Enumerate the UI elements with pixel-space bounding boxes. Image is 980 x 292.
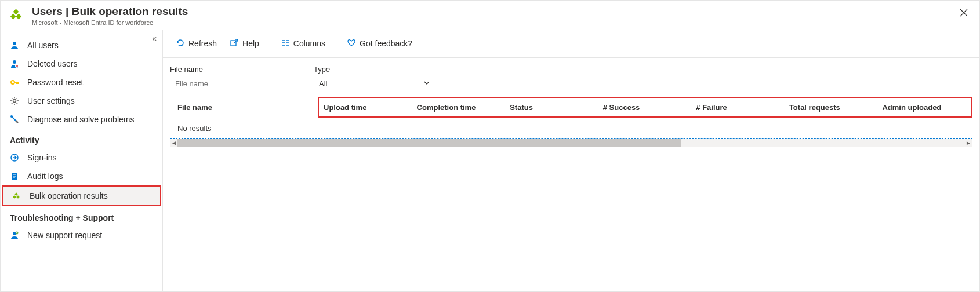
col-completion-time[interactable]: Completion time: [412, 103, 506, 112]
sidebar-item-signins[interactable]: Sign-ins: [1, 148, 162, 167]
wrench-icon: [10, 115, 19, 124]
svg-rect-16: [231, 41, 236, 46]
sidebar-item-deleted-users[interactable]: Deleted users: [1, 54, 162, 73]
svg-rect-1: [16, 14, 21, 20]
support-icon: [10, 231, 19, 240]
sidebar-item-label: New support request: [27, 231, 102, 240]
toolbar: Refresh Help Columns Got feedback?: [163, 30, 979, 58]
columns-icon: [281, 38, 290, 49]
sidebar-item-label: Bulk operation results: [30, 191, 108, 200]
svg-point-7: [13, 99, 16, 102]
refresh-icon: [176, 38, 185, 49]
sidebar-item-user-settings[interactable]: User settings: [1, 92, 162, 110]
svg-point-3: [13, 42, 16, 45]
scrollbar-thumb[interactable]: [177, 139, 681, 147]
page-header: Users | Bulk operation results Microsoft…: [1, 1, 979, 30]
svg-rect-0: [10, 14, 16, 20]
filename-label: File name: [170, 65, 297, 74]
scroll-left-icon: ◄: [171, 140, 177, 146]
svg-rect-2: [13, 9, 19, 14]
sidebar-item-label: Password reset: [27, 78, 83, 87]
col-file-name[interactable]: File name: [170, 103, 318, 112]
col-upload-time[interactable]: Upload time: [319, 103, 412, 112]
results-table: File name Upload time Completion time St…: [170, 97, 972, 139]
filename-input[interactable]: [170, 76, 297, 92]
svg-rect-11: [13, 195, 16, 199]
sidebar-item-label: Sign-ins: [27, 153, 57, 162]
sidebar-section-troubleshoot: Troubleshooting + Support: [1, 206, 162, 226]
sidebar-section-activity: Activity: [1, 129, 162, 148]
type-select[interactable]: All: [314, 76, 435, 92]
svg-rect-12: [16, 195, 20, 199]
key-icon: [10, 78, 19, 87]
main-content: Refresh Help Columns Got feedback? File …: [163, 30, 979, 292]
toolbar-separator: [336, 38, 336, 49]
sidebar-item-label: Diagnose and solve problems: [27, 115, 134, 124]
col-failure[interactable]: # Failure: [691, 103, 785, 112]
svg-rect-13: [14, 192, 18, 196]
svg-point-6: [11, 81, 14, 84]
type-label: Type: [314, 65, 435, 74]
external-link-icon: [230, 38, 239, 49]
highlighted-columns: Upload time Completion time Status # Suc…: [318, 97, 972, 118]
horizontal-scrollbar[interactable]: ◄ ►: [170, 139, 972, 147]
signin-icon: [10, 153, 19, 162]
user-icon: [10, 41, 19, 50]
refresh-button[interactable]: Refresh: [170, 36, 223, 52]
collapse-sidebar-button[interactable]: «: [152, 34, 157, 43]
gear-icon: [10, 96, 19, 105]
sidebar-item-audit-logs[interactable]: Audit logs: [1, 167, 162, 185]
user-deleted-icon: [10, 59, 19, 68]
help-button[interactable]: Help: [224, 36, 265, 52]
sidebar-item-label: All users: [27, 41, 59, 50]
entra-logo-icon: [10, 6, 26, 23]
sidebar-item-all-users[interactable]: All users: [1, 36, 162, 54]
svg-point-8: [10, 115, 13, 118]
table-header-row: File name Upload time Completion time St…: [170, 97, 972, 118]
sidebar: « All users Deleted users Password reset…: [1, 30, 163, 292]
sidebar-item-password-reset[interactable]: Password reset: [1, 73, 162, 92]
toolbar-separator: [270, 38, 270, 49]
log-icon: [10, 171, 19, 181]
sidebar-item-support[interactable]: New support request: [1, 226, 162, 244]
col-admin[interactable]: Admin uploaded: [877, 103, 971, 112]
page-title: Users | Bulk operation results: [32, 5, 188, 19]
filters-row: File name Type All: [163, 58, 979, 97]
sidebar-item-label: Deleted users: [27, 59, 77, 68]
heart-icon: [347, 38, 356, 49]
scroll-right-icon: ►: [966, 140, 971, 146]
sidebar-item-label: User settings: [27, 96, 75, 105]
svg-point-4: [13, 60, 16, 64]
col-total[interactable]: Total requests: [785, 103, 878, 112]
col-success[interactable]: # Success: [598, 103, 692, 112]
col-status[interactable]: Status: [505, 103, 598, 112]
close-icon: [960, 9, 968, 17]
close-button[interactable]: [956, 6, 971, 21]
feedback-button[interactable]: Got feedback?: [341, 36, 418, 52]
columns-button[interactable]: Columns: [275, 36, 331, 52]
sidebar-item-bulk-results[interactable]: Bulk operation results: [2, 185, 161, 206]
chevron-down-icon: [423, 79, 430, 88]
page-subtitle: Microsoft - Microsoft Entra ID for workf…: [32, 19, 188, 26]
table-empty-message: No results: [170, 118, 972, 138]
sidebar-item-label: Audit logs: [27, 171, 63, 181]
sidebar-item-diagnose[interactable]: Diagnose and solve problems: [1, 110, 162, 129]
bulk-icon: [12, 191, 21, 200]
